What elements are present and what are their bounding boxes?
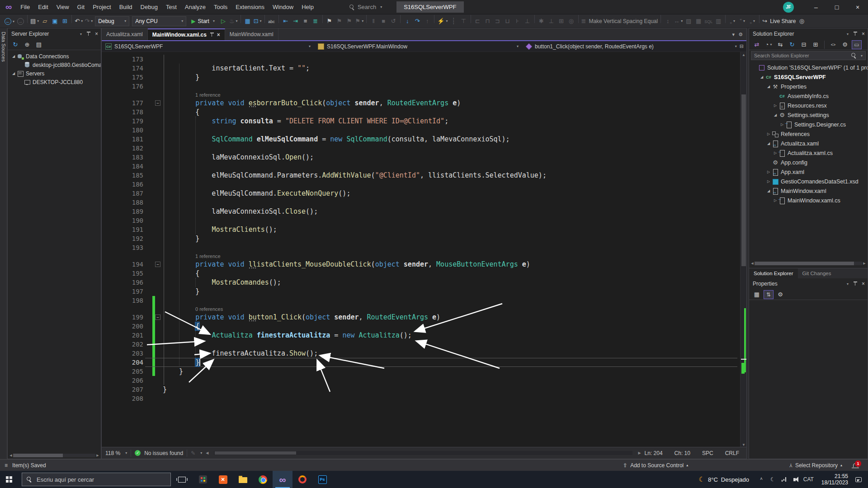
solution-item-settings-settings[interactable]: ◢⚙Settings.settings <box>749 110 868 120</box>
solution-item-properties[interactable]: ◢⚒Properties <box>749 82 868 91</box>
bookmark-clear-icon[interactable]: ⚑▾ <box>354 16 365 27</box>
server-explorer-hscrollbar[interactable]: ◀ ▶ <box>9 453 100 458</box>
spell-check-icon[interactable]: abc <box>267 16 277 27</box>
taskbar-search-input[interactable]: Escriu aquí per cercar <box>22 473 171 486</box>
menu-item-window[interactable]: Window <box>269 0 297 14</box>
menu-item-git[interactable]: Git <box>73 0 89 14</box>
spaces-indicator[interactable]: SPC <box>702 450 713 456</box>
zoom-icon[interactable]: ◎ <box>566 16 576 27</box>
solution-item-actualitza-xaml-cs[interactable]: ▷Actualitza.xaml.cs <box>749 148 868 158</box>
zoom-level[interactable]: 118 % <box>105 450 120 456</box>
menu-item-edit[interactable]: Edit <box>34 0 52 14</box>
menu-item-debug[interactable]: Debug <box>137 0 162 14</box>
chevron-collapsed-icon[interactable]: ▷ <box>765 179 772 183</box>
collapse-all-icon[interactable]: ⊟ <box>799 39 809 50</box>
same-width-icon[interactable]: ✱ <box>537 16 547 27</box>
switch-views-icon[interactable]: ⇆ <box>775 39 785 50</box>
code-line-185[interactable]: 185 elMeuSqlCommand.Parameters.AddWithVa… <box>102 171 740 180</box>
chevron-down-icon[interactable]: ▾ <box>847 282 849 286</box>
night-light-icon[interactable]: ☾ <box>767 476 778 483</box>
code-line-190[interactable]: 190 <box>102 216 740 225</box>
restart-icon[interactable]: ↺ <box>388 16 398 27</box>
align-bottom-icon[interactable]: ⊥ <box>523 16 533 27</box>
volume-icon[interactable] <box>790 478 800 481</box>
save-icon[interactable]: ▣ <box>50 16 60 27</box>
tracking-icon[interactable]: ✎ <box>191 450 195 456</box>
code-line-188[interactable]: 188 <box>102 198 740 207</box>
solution-item-mainwindow-xaml-cs[interactable]: ▷MainWindow.xaml.cs <box>749 196 868 205</box>
pin-icon[interactable] <box>853 282 857 286</box>
solution-item-references[interactable]: ▷References <box>749 129 868 139</box>
chevron-expanded-icon[interactable]: ◢ <box>765 141 772 145</box>
properties-icon[interactable]: ⚙ <box>840 39 850 50</box>
chevron-down-icon[interactable]: ▾ <box>80 32 82 36</box>
new-file-icon[interactable]: ▤▾ <box>29 16 40 27</box>
menu-item-extensions[interactable]: Extensions <box>231 0 269 14</box>
solution-item-app-xaml[interactable]: ▷App.xaml <box>749 167 868 177</box>
menu-item-test[interactable]: Test <box>162 0 181 14</box>
sync-active-document-icon[interactable]: ⇄ <box>752 39 762 50</box>
indent-right-icon[interactable]: ⇥ <box>291 16 301 27</box>
solution-item-s16sqlserverwpf[interactable]: ◢C#S16SQLServerWPF <box>749 72 868 82</box>
avatar[interactable]: JF <box>783 2 794 13</box>
alphabetical-icon[interactable]: ⇅ <box>764 290 774 299</box>
data-sources-side-tab[interactable]: Data Sources <box>1 32 6 62</box>
breadcrumb-project[interactable]: C# S16SQLServerWPF▾ <box>102 41 314 52</box>
preview-selected-icon[interactable]: ⊞ <box>811 39 821 50</box>
solution-item-solution-s16sqlserverwpf-1-of-1-project[interactable]: Solution 'S16SQLServerWPF' (1 of 1 proje… <box>749 63 868 72</box>
action-center-icon[interactable] <box>855 477 862 482</box>
shrink-icon[interactable]: ↔▾ <box>673 16 684 27</box>
editor-hscrollbar[interactable] <box>214 451 632 455</box>
close-tab-icon[interactable]: × <box>217 32 220 38</box>
pause-icon[interactable]: ‖ <box>368 16 378 27</box>
menu-item-help[interactable]: Help <box>297 0 318 14</box>
visual-studio-icon[interactable]: ∞ <box>273 471 292 488</box>
photoshop-icon[interactable]: Ps <box>312 471 332 488</box>
hscroll-left-icon[interactable]: ◀ <box>206 451 208 455</box>
solution-sync-icon[interactable]: ▦ <box>243 16 253 27</box>
eol-indicator[interactable]: CRLF <box>725 450 739 456</box>
refresh-icon[interactable]: ↻ <box>787 39 797 50</box>
menu-item-build[interactable]: Build <box>115 0 137 14</box>
show-all-files-icon[interactable]: <> <box>828 39 838 50</box>
clock[interactable]: 21:55 18/11/2023 <box>817 473 853 486</box>
undo-icon[interactable]: ↶▾ <box>74 16 84 27</box>
code-line-187[interactable]: 187 elMeuSqlCommand.ExecuteNonQuery(); <box>102 189 740 198</box>
connect-database-icon[interactable]: ▤ <box>34 39 44 50</box>
start-debug-button[interactable]: ▶ Start▾ <box>188 16 218 27</box>
breadcrumb-member[interactable]: button1_Click(object sender, RoutedEvent… <box>522 41 717 52</box>
code-line-203[interactable]: 203 finestraActualitza.Show(); <box>102 349 740 358</box>
code-line-180[interactable]: 180 <box>102 126 740 135</box>
task-view-icon[interactable] <box>178 477 186 483</box>
code-line-200[interactable]: 200 { <box>102 322 740 331</box>
platform-combo[interactable]: Any CPU▾ <box>132 16 186 26</box>
dock-tab-git-changes[interactable]: Git Changes <box>798 268 836 278</box>
quote-one-icon[interactable]: „▾ <box>727 16 737 27</box>
add-to-source-control-button[interactable]: ⇧ Add to Source Control ▴ <box>618 460 693 471</box>
navigate-forward-icon[interactable]: → <box>15 16 25 27</box>
code-line-197[interactable]: 197 } <box>102 287 740 296</box>
code-area[interactable]: 173174 insertaClient.Text = "";175 }1761… <box>102 52 746 448</box>
code-line-173[interactable]: 173 <box>102 55 740 64</box>
align-middle-icon[interactable]: ⊦ <box>513 16 523 27</box>
solution-item-mainwindow-xaml[interactable]: ◢MainWindow.xaml <box>749 186 868 196</box>
editor-vscrollbar[interactable]: ▲ ▼ <box>740 52 746 448</box>
network-icon[interactable] <box>778 477 790 482</box>
tab-list-icon[interactable]: ▾ <box>732 32 735 38</box>
solution-item-settings-designer-cs[interactable]: ▷Settings.Designer.cs <box>749 120 868 129</box>
chevron-expanded-icon[interactable]: ◢ <box>765 189 772 193</box>
issues-label[interactable]: No issues found <box>144 450 183 456</box>
quote-two-icon[interactable]: ‟▾ <box>737 16 747 27</box>
code-line-177[interactable]: 177− private void esborrarButo_Click(obj… <box>102 99 740 108</box>
quote-three-icon[interactable]: „▾ <box>747 16 757 27</box>
chevron-expanded-icon[interactable]: ◢ <box>10 54 17 58</box>
weather-widget[interactable]: ☾ 8°C Despejado <box>693 475 755 483</box>
code-line-176[interactable]: 176 <box>102 82 740 91</box>
align-right-icon[interactable]: ⊐ <box>493 16 503 27</box>
document-tab-mainwindow.xaml[interactable]: MainWindow.xaml <box>225 28 278 40</box>
code-line-195[interactable]: 195 { <box>102 269 740 278</box>
fold-toggle-icon[interactable]: − <box>155 314 160 320</box>
code-line-184[interactable]: 184 <box>102 162 740 171</box>
maximize-button[interactable]: □ <box>826 0 847 14</box>
same-height-icon[interactable]: ⊥ <box>547 16 557 27</box>
